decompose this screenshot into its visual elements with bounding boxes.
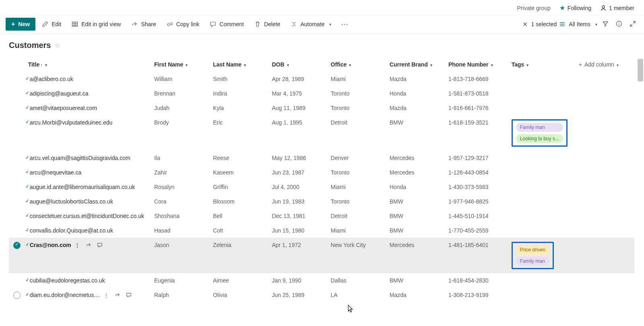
column-select[interactable]	[9, 57, 25, 72]
item-type-icon	[25, 197, 29, 204]
title-text: augue.id.ante@liberomaurisaliquam.co.uk	[30, 184, 135, 190]
column-office[interactable]: Office▾	[328, 57, 386, 72]
info-button[interactable]	[613, 19, 625, 30]
table-row[interactable]: convallis.dolor.Quisque@at.co.ukHasadCol…	[9, 223, 634, 238]
cell-title[interactable]: arcu@nequevitae.ca	[25, 165, 151, 180]
edit-button[interactable]: Edit	[38, 19, 65, 30]
column-brand[interactable]: Current Brand▾	[386, 57, 445, 72]
table-row[interactable]: cubilia@eudoloregestas.co.ukEugeniaAimee…	[9, 273, 634, 288]
members-button[interactable]: 1 member	[600, 5, 634, 11]
row-select-cell[interactable]	[9, 115, 25, 151]
row-select-cell[interactable]	[9, 223, 25, 238]
cell-addcolumn	[576, 194, 634, 209]
add-column-button[interactable]: +Add column▾	[576, 57, 634, 72]
cell-title[interactable]: augue@luctuslobortisClass.co.uk	[25, 194, 151, 209]
table-row[interactable]: Cras@non.com⋮JasonZeleniaApr 1, 1972New …	[9, 238, 634, 273]
column-phone[interactable]: Phone Number▾	[445, 57, 508, 72]
column-tags[interactable]: Tags▾	[508, 57, 576, 72]
cell-brand: Mazda	[386, 288, 445, 304]
table-row[interactable]: a@aclibero.co.ukWilliamSmithApr 28, 1989…	[9, 72, 634, 86]
favorite-star-button[interactable]: ☆	[55, 42, 60, 49]
tag-pill[interactable]: Family man	[516, 123, 563, 132]
cell-last: Bell	[210, 209, 268, 223]
row-select-cell[interactable]	[9, 209, 25, 223]
row-comment-icon[interactable]	[97, 242, 103, 249]
column-dob[interactable]: DOB▾	[268, 57, 327, 72]
row-share-icon[interactable]	[86, 242, 91, 249]
more-actions-button[interactable]: ⋯	[338, 20, 351, 29]
clear-selection-button[interactable]: ✕ 1 selected	[522, 21, 557, 28]
cell-title[interactable]: cubilia@eudoloregestas.co.uk	[25, 273, 151, 288]
cell-tags	[508, 101, 576, 115]
cell-office: Miami	[328, 72, 386, 86]
cell-title[interactable]: a@aclibero.co.uk	[25, 72, 151, 86]
cell-title[interactable]: arcu.Morbi@vulputateduinec.edu	[25, 115, 151, 151]
copy-link-button[interactable]: Copy link	[163, 19, 204, 30]
tag-pill[interactable]: Price driven	[516, 245, 549, 254]
select-circle[interactable]	[13, 292, 21, 299]
cell-last: Olivia	[210, 288, 268, 304]
table-row[interactable]: consectetuer.cursus.et@tinciduntDonec.co…	[9, 209, 634, 223]
new-button[interactable]: + New	[6, 18, 35, 31]
row-select-cell[interactable]	[9, 101, 25, 115]
cell-title[interactable]: adipiscing@augueut.ca	[25, 86, 151, 101]
row-share-icon[interactable]	[115, 292, 120, 299]
cell-title[interactable]: diam.eu.dolor@necmetus....⋮	[25, 288, 151, 304]
table-row[interactable]: augue.id.ante@liberomaurisaliquam.co.ukR…	[9, 180, 634, 194]
row-select-cell[interactable]	[9, 86, 25, 101]
cell-title[interactable]: convallis.dolor.Quisque@at.co.uk	[25, 223, 151, 238]
row-select-cell[interactable]	[9, 180, 25, 194]
cell-title[interactable]: consectetuer.cursus.et@tinciduntDonec.co…	[25, 209, 151, 223]
table-row[interactable]: amet@vitaeposuereat.comJudahKylaAug 11, …	[9, 101, 634, 115]
table-row[interactable]: adipiscing@augueut.caBrennanIndiraMar 4,…	[9, 86, 634, 101]
cell-last: Reese	[210, 151, 268, 165]
row-more-icon[interactable]: ⋮	[103, 292, 109, 299]
edit-grid-button[interactable]: Edit in grid view	[68, 19, 125, 30]
cell-phone: 1-430-373-5983	[445, 180, 508, 194]
cell-dob: Mar 4, 1975	[268, 86, 327, 101]
expand-button[interactable]	[627, 19, 638, 30]
column-first-name[interactable]: First Name▾	[151, 57, 210, 72]
table-row[interactable]: augue@luctuslobortisClass.co.ukCoraBloss…	[9, 194, 634, 209]
filter-button[interactable]	[600, 19, 611, 30]
scrollbar-thumb[interactable]	[638, 59, 643, 81]
row-select-cell[interactable]	[9, 165, 25, 180]
share-button[interactable]: Share	[127, 19, 160, 30]
cell-office: Denver	[328, 151, 386, 165]
select-circle[interactable]	[13, 242, 21, 249]
tag-pill[interactable]: Looking to buy s...	[516, 134, 563, 143]
row-more-icon[interactable]: ⋮	[74, 242, 80, 249]
column-last-name[interactable]: Last Name▾	[210, 57, 268, 72]
row-select-cell[interactable]	[9, 273, 25, 288]
cell-title[interactable]: arcu.vel.quam@sagittisDuisgravida.com	[25, 151, 151, 165]
tag-pill[interactable]: Family man	[516, 257, 549, 266]
view-selector[interactable]: All Items ▾	[559, 21, 597, 27]
cell-title[interactable]: amet@vitaeposuereat.com	[25, 101, 151, 115]
following-toggle[interactable]: ★ Following	[559, 4, 591, 12]
row-select-cell[interactable]	[9, 288, 25, 304]
table-row[interactable]: arcu.Morbi@vulputateduinec.eduBrodyEricA…	[9, 115, 634, 151]
row-select-cell[interactable]	[9, 72, 25, 86]
row-comment-icon[interactable]	[126, 292, 132, 299]
table-row[interactable]: arcu@nequevitae.caZahirKaseemJun 23, 198…	[9, 165, 634, 180]
cell-first: Shoshana	[151, 209, 210, 223]
delete-button[interactable]: Delete	[250, 19, 284, 30]
cell-phone: 1-445-510-1914	[445, 209, 508, 223]
cell-brand: Mercedes	[386, 165, 445, 180]
table-row[interactable]: arcu.vel.quam@sagittisDuisgravida.comIla…	[9, 151, 634, 165]
grid-scroll[interactable]: Title↑▾ First Name▾ Last Name▾ DOB▾ Offi…	[9, 57, 644, 316]
item-type-icon	[25, 89, 29, 96]
comment-button[interactable]: Comment	[206, 19, 248, 30]
members-label: 1 member	[609, 5, 634, 11]
cell-last: Aimee	[210, 273, 268, 288]
row-select-cell[interactable]	[9, 194, 25, 209]
automate-button[interactable]: Automate ▾	[287, 19, 335, 30]
row-select-cell[interactable]	[9, 151, 25, 165]
cell-title[interactable]: augue.id.ante@liberomaurisaliquam.co.uk	[25, 180, 151, 194]
row-select-cell[interactable]	[9, 238, 25, 273]
table-row[interactable]: diam.eu.dolor@necmetus....⋮RalphOliviaJu…	[9, 288, 634, 304]
cell-first: Jason	[151, 238, 210, 273]
cell-title[interactable]: Cras@non.com⋮	[25, 238, 151, 273]
column-title[interactable]: Title↑▾	[25, 57, 151, 72]
cell-phone: 1-126-443-0854	[445, 165, 508, 180]
